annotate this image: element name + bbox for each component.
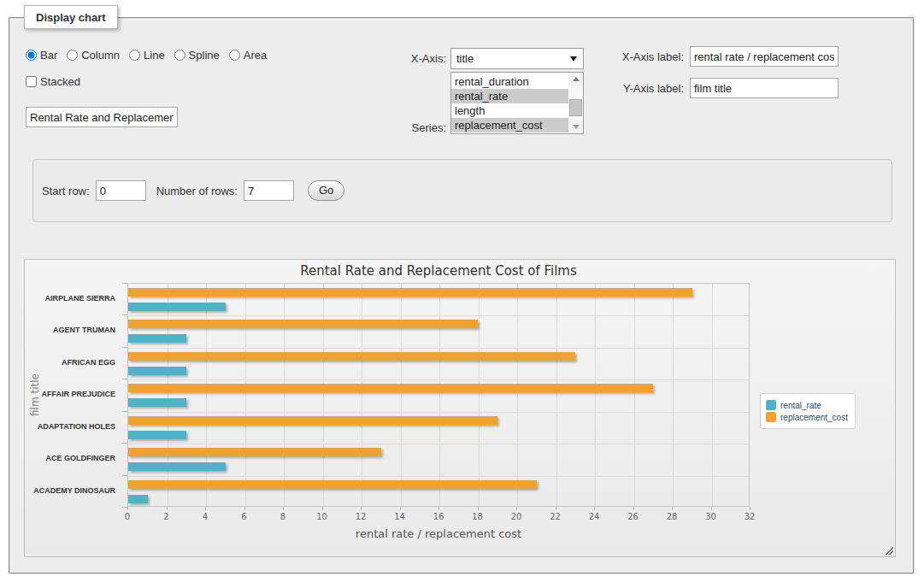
series-select-label: Series: [393, 121, 446, 134]
x-tick [205, 507, 206, 510]
gridline [323, 284, 324, 506]
chart-type-area-label: Area [244, 49, 267, 62]
chart-type-spline-label: Spline [189, 49, 220, 62]
x-tick-label: 14 [394, 512, 405, 521]
bar-replacement_cost[interactable] [128, 480, 537, 489]
x-tick [750, 507, 750, 510]
chart-type-line[interactable]: Line [129, 49, 165, 62]
x-tick [361, 507, 362, 510]
chart-type-area-radio[interactable] [229, 50, 240, 61]
number-of-rows-input[interactable] [244, 180, 294, 201]
chart-type-bar[interactable]: Bar [26, 49, 57, 62]
bar-replacement_cost[interactable] [128, 384, 653, 392]
gridline [556, 284, 557, 506]
legend-item-replacement_cost[interactable]: replacement_cost [766, 412, 848, 422]
chart-type-spline[interactable]: Spline [174, 49, 220, 62]
x-axis-label-input[interactable] [690, 46, 839, 67]
chart-type-bar-radio[interactable] [26, 50, 37, 61]
chart-type-column-radio[interactable] [67, 50, 78, 61]
series-multiselect[interactable]: rental_duration rental_rate length repla… [450, 72, 584, 134]
bar-replacement_cost[interactable] [128, 448, 381, 456]
x-axis-select-label: X-Axis: [393, 52, 446, 65]
bar-rental_rate[interactable] [128, 495, 148, 503]
scroll-down-button[interactable] [568, 121, 583, 133]
bar-replacement_cost[interactable] [128, 320, 478, 328]
go-button[interactable]: Go [308, 180, 344, 201]
stacked-option[interactable]: Stacked [26, 75, 80, 88]
gridline [128, 315, 749, 316]
x-axis-tick-labels: 02468101214161820222426283032 [127, 512, 750, 522]
x-axis-select[interactable]: title [450, 48, 584, 69]
y-axis-label-caption: Y-Axis label: [598, 82, 684, 95]
bar-rental_rate[interactable] [128, 398, 186, 407]
gridline [128, 476, 749, 477]
chart-title-input[interactable] [26, 107, 178, 127]
category-label: AFRICAN EGG [62, 358, 115, 367]
series-option-length[interactable]: length [451, 103, 583, 118]
series-option-replacement-cost[interactable]: replacement_cost [451, 118, 583, 132]
bar-rental_rate[interactable] [128, 462, 226, 471]
chart-type-bar-label: Bar [40, 49, 57, 62]
chart-type-spline-radio[interactable] [174, 50, 185, 61]
scroll-up-button[interactable] [568, 73, 583, 85]
gridline [362, 284, 362, 506]
start-row-input[interactable] [96, 180, 146, 201]
bar-replacement_cost[interactable] [128, 416, 497, 425]
category-label: AIRPLANE SIERRA [44, 294, 115, 303]
x-tick [400, 507, 401, 510]
stacked-label: Stacked [40, 75, 80, 88]
x-tick [283, 507, 284, 510]
series-list-scrollbar[interactable] [568, 73, 583, 133]
chart-type-line-radio[interactable] [129, 50, 140, 61]
x-tick [244, 507, 245, 510]
resize-grip[interactable] [884, 545, 893, 555]
row-range-panel: Start row: Number of rows: Go [32, 159, 892, 222]
category-label: ACADEMY DINOSAUR [33, 486, 115, 495]
chart-type-radio-group: Bar Column Line Spline Area [26, 49, 276, 62]
scrollbar-thumb[interactable] [569, 99, 582, 116]
x-tick-label: 12 [356, 512, 367, 521]
x-axis-select-value: title [456, 52, 474, 65]
x-axis-label-caption: X-Axis label: [598, 50, 684, 63]
legend-item-rental_rate[interactable]: rental_rate [766, 400, 848, 410]
stacked-checkbox[interactable] [26, 76, 37, 87]
x-tick [322, 507, 323, 510]
bar-rental_rate[interactable] [128, 431, 186, 439]
x-axis-ticks [127, 507, 750, 510]
x-tick [516, 507, 517, 510]
gridline [712, 284, 713, 506]
legend-label: rental_rate [780, 401, 821, 410]
gridline [128, 379, 749, 380]
gridline [634, 284, 635, 506]
category-label: AFFAIR PREJUDICE [41, 390, 115, 398]
series-option-rental-duration[interactable]: rental_duration [451, 74, 583, 89]
bar-replacement_cost[interactable] [128, 352, 575, 361]
bar-rental_rate[interactable] [128, 367, 186, 375]
number-of-rows-label: Number of rows: [156, 185, 238, 197]
y-axis-label-input[interactable] [690, 78, 839, 98]
category-labels: AIRPLANE SIERRAAGENT TRUMANAFRICAN EGGAF… [25, 283, 121, 507]
arrow-up-icon [573, 77, 580, 81]
x-tick-label: 18 [472, 512, 483, 521]
category-label: ACE GOLDFINGER [45, 454, 115, 462]
row-range-controls: Start row: Number of rows: Go [42, 180, 344, 201]
legend-label: replacement_cost [780, 413, 848, 422]
bar-rental_rate[interactable] [128, 334, 186, 343]
start-row-label: Start row: [42, 185, 90, 197]
gridline [401, 284, 402, 506]
x-tick [711, 507, 712, 510]
bar-replacement_cost[interactable] [128, 288, 692, 297]
x-tick-label: 28 [667, 512, 678, 521]
series-option-rental-rate[interactable]: rental_rate [451, 89, 583, 103]
category-label: AGENT TRUMAN [53, 326, 115, 334]
x-tick-label: 4 [203, 512, 208, 521]
bar-rental_rate[interactable] [128, 303, 226, 311]
category-label: ADAPTATION HOLES [38, 422, 115, 431]
gridline [595, 284, 596, 506]
x-tick-label: 32 [744, 512, 756, 521]
panel-legend-text: Display chart [36, 11, 106, 24]
chart-type-column[interactable]: Column [67, 49, 120, 62]
chart-type-line-label: Line [144, 49, 165, 62]
chevron-down-icon [570, 56, 577, 62]
chart-type-area[interactable]: Area [229, 49, 267, 62]
